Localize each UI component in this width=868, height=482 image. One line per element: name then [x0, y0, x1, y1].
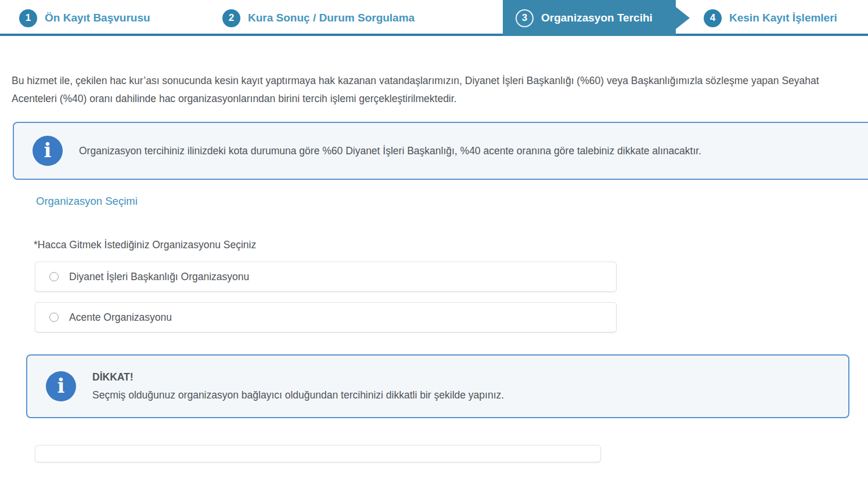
step-on-kayit-basvurusu[interactable]: 1 Ön Kayıt Başvurusu	[19, 0, 150, 36]
step-number-badge: 2	[222, 9, 240, 27]
radio-button-icon[interactable]	[49, 272, 59, 281]
organization-question-label: *Hacca Gitmek İstediğiniz Organizasyonu …	[34, 239, 868, 251]
step-number-badge: 1	[19, 9, 37, 27]
option-label: Acente Organizasyonu	[69, 311, 172, 324]
step-organizasyon-tercihi-active[interactable]: 3 Organizasyon Tercihi	[503, 0, 676, 36]
quota-info-alert: i Organizasyon tercihiniz ilinizdeki kot…	[13, 122, 868, 180]
attention-warning-title: DİKKAT!	[92, 368, 504, 386]
step-label: Kesin Kayıt İşlemleri	[729, 12, 837, 24]
radio-button-icon[interactable]	[49, 313, 59, 322]
step-wizard: 1 Ön Kayıt Başvurusu 2 Kura Sonuç / Duru…	[0, 0, 868, 36]
attention-warning-alert: i DİKKAT! Seçmiş olduğunuz organizasyon …	[26, 354, 849, 418]
quota-info-text: Organizasyon tercihiniz ilinizdeki kota …	[79, 142, 701, 160]
step-kesin-kayit-islemleri[interactable]: 4 Kesin Kayıt İşlemleri	[704, 0, 837, 36]
step-label: Kura Sonuç / Durum Sorgulama	[248, 12, 415, 24]
step-kura-sonuc-durum-sorgulama[interactable]: 2 Kura Sonuç / Durum Sorgulama	[222, 0, 415, 36]
service-description-text: Bu hizmet ile, çekilen hac kur’ası sonuc…	[12, 72, 860, 108]
step-number-badge: 4	[704, 9, 722, 27]
info-icon: i	[46, 371, 76, 401]
step-label: Organizasyon Tercihi	[541, 12, 653, 24]
organization-section-title: Organizasyon Seçimi	[36, 195, 868, 208]
option-acente-organizasyonu[interactable]: Acente Organizasyonu	[35, 302, 617, 332]
step-number-badge: 3	[516, 9, 534, 27]
option-label: Diyanet İşleri Başkanlığı Organizasyonu	[69, 271, 249, 283]
option-diyanet-organizasyonu[interactable]: Diyanet İşleri Başkanlığı Organizasyonu	[35, 262, 617, 292]
step-label: Ön Kayıt Başvurusu	[45, 12, 150, 24]
info-icon: i	[33, 136, 63, 166]
attention-warning-content: DİKKAT! Seçmiş olduğunuz organizasyon ba…	[92, 368, 504, 404]
partially-visible-panel	[35, 445, 601, 462]
attention-warning-text: Seçmiş olduğunuz organizasyon bağlayıcı …	[92, 389, 504, 401]
